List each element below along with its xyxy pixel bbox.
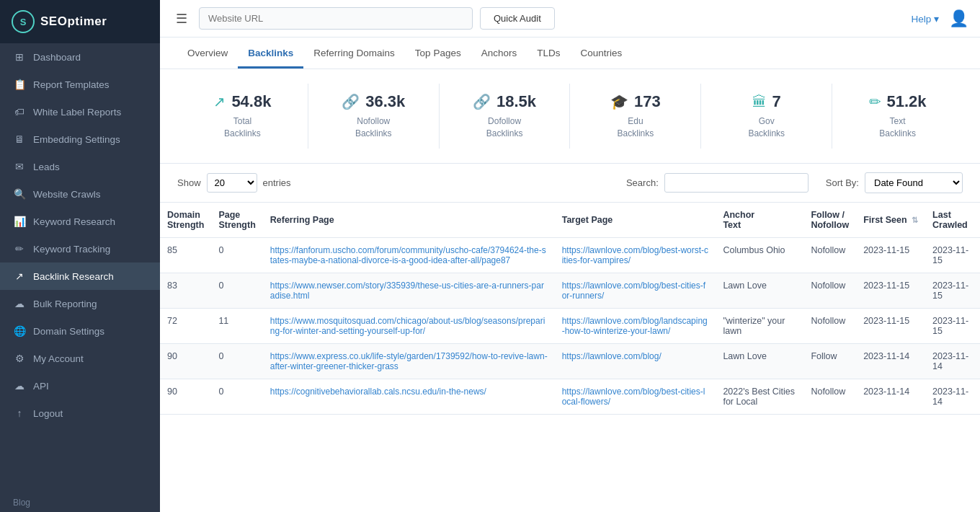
link-referring-page-row2[interactable]: https://www.mosquitosquad.com/chicago/ab…: [270, 316, 545, 336]
sidebar-logo: S SEOptimer: [0, 0, 160, 43]
table-wrapper: DomainStrengthPageStrengthReferring Page…: [160, 202, 980, 415]
sidebar-label-logout: Logout: [33, 408, 63, 419]
topbar-right: Help ▾ 👤: [911, 9, 968, 28]
sidebar-item-dashboard[interactable]: ⊞Dashboard: [0, 43, 160, 71]
sidebar-item-leads[interactable]: ✉Leads: [0, 153, 160, 180]
stat-label-nofollow-backlinks: NofollowBacklinks: [355, 115, 392, 140]
col-page-strength: PageStrength: [211, 202, 262, 237]
sidebar-icon-bulk-reporting: ☁: [13, 298, 26, 309]
stat-icon-dofollow-backlinks: 🔗: [473, 93, 491, 110]
tab-countries[interactable]: Countries: [570, 37, 632, 69]
cell-referring-page-row4[interactable]: https://cognitivebehaviorallab.cals.ncsu…: [263, 379, 555, 414]
sidebar-item-website-crawls[interactable]: 🔍Website Crawls: [0, 180, 160, 208]
sortby-select[interactable]: Date FoundDomain StrengthPage StrengthFi…: [865, 172, 963, 193]
sidebar-label-keyword-tracking: Keyword Tracking: [33, 244, 110, 255]
link-referring-page-row1[interactable]: https://www.newser.com/story/335939/thes…: [270, 281, 544, 301]
cell-referring-page-row2[interactable]: https://www.mosquitosquad.com/chicago/ab…: [263, 308, 555, 343]
cell-anchor-text-row3: Lawn Love: [716, 343, 803, 379]
sidebar-label-website-crawls: Website Crawls: [33, 189, 101, 200]
link-target-page-row0[interactable]: https://lawnlove.com/blog/best-worst-cit…: [562, 245, 708, 265]
sidebar-item-report-templates[interactable]: 📋Report Templates: [0, 71, 160, 98]
search-input[interactable]: [664, 173, 808, 193]
sidebar-label-report-templates: Report Templates: [33, 79, 110, 90]
stat-icon-val: 🏛 7: [752, 92, 781, 111]
user-icon[interactable]: 👤: [949, 9, 968, 28]
sidebar-label-white-label-reports: White Label Reports: [33, 107, 121, 118]
tab-overview[interactable]: Overview: [177, 37, 238, 69]
sidebar-label-bulk-reporting: Bulk Reporting: [33, 299, 97, 309]
table-row: 900https://cognitivebehaviorallab.cals.n…: [160, 379, 980, 414]
table-body: 850https://fanforum.uscho.com/forum/comm…: [160, 237, 980, 414]
tab-backlinks[interactable]: Backlinks: [238, 37, 303, 69]
link-target-page-row4[interactable]: https://lawnlove.com/blog/best-cities-lo…: [562, 387, 705, 407]
cell-last-crawled-row1: 2023-11-15: [925, 273, 980, 308]
sidebar-item-bulk-reporting[interactable]: ☁Bulk Reporting: [0, 290, 160, 317]
menu-icon[interactable]: ☰: [172, 8, 192, 30]
table-head: DomainStrengthPageStrengthReferring Page…: [160, 202, 980, 237]
stat-value-gov-backlinks: 7: [772, 92, 781, 111]
stat-label-total-backlinks: TotalBacklinks: [224, 115, 261, 140]
sidebar-item-logout[interactable]: ↑Logout: [0, 400, 160, 427]
entries-select[interactable]: 2050100: [207, 173, 257, 193]
url-input[interactable]: [199, 7, 473, 30]
cell-domain-strength-row2: 72: [160, 308, 211, 343]
cell-first-seen-row1: 2023-11-15: [856, 273, 925, 308]
stat-icon-val: 🔗 36.3k: [342, 92, 405, 111]
tab-tlds[interactable]: TLDs: [527, 37, 570, 69]
link-target-page-row3[interactable]: https://lawnlove.com/blog/: [562, 351, 662, 361]
sidebar-item-domain-settings[interactable]: 🌐Domain Settings: [0, 317, 160, 345]
stat-value-text-backlinks: 51.2k: [887, 92, 927, 111]
sidebar-item-my-account[interactable]: ⚙My Account: [0, 345, 160, 372]
link-target-page-row2[interactable]: https://lawnlove.com/blog/landscaping-ho…: [562, 316, 708, 336]
sidebar-item-keyword-research[interactable]: 📊Keyword Research: [0, 208, 160, 235]
link-referring-page-row3[interactable]: https://www.express.co.uk/life-style/gar…: [270, 351, 548, 371]
sidebar-icon-dashboard: ⊞: [13, 51, 26, 63]
table-row: 830https://www.newser.com/story/335939/t…: [160, 273, 980, 308]
link-referring-page-row0[interactable]: https://fanforum.uscho.com/forum/communi…: [270, 245, 546, 265]
stat-icon-edu-backlinks: 🎓: [610, 93, 628, 110]
cell-target-page-row4[interactable]: https://lawnlove.com/blog/best-cities-lo…: [555, 379, 716, 414]
cell-target-page-row2[interactable]: https://lawnlove.com/blog/landscaping-ho…: [555, 308, 716, 343]
cell-page-strength-row2: 11: [211, 308, 262, 343]
link-target-page-row1[interactable]: https://lawnlove.com/blog/best-cities-fo…: [562, 281, 705, 301]
main-content: ☰ Quick Audit Help ▾ 👤 OverviewBacklinks…: [160, 0, 980, 512]
cell-last-crawled-row3: 2023-11-14: [925, 343, 980, 379]
stat-nofollow-backlinks: 🔗 36.3k NofollowBacklinks: [308, 84, 440, 149]
sidebar-item-keyword-tracking[interactable]: ✏Keyword Tracking: [0, 235, 160, 262]
cell-anchor-text-row4: 2022's Best Cities for Local: [716, 379, 803, 414]
stat-label-dofollow-backlinks: DofollowBacklinks: [486, 115, 523, 140]
tab-top-pages[interactable]: Top Pages: [405, 37, 471, 69]
cell-target-page-row3[interactable]: https://lawnlove.com/blog/: [555, 343, 716, 379]
cell-follow-nofollow-row4: Nofollow: [803, 379, 856, 414]
stat-label-gov-backlinks: GovBacklinks: [748, 115, 785, 140]
help-button[interactable]: Help ▾: [911, 13, 939, 25]
stat-value-edu-backlinks: 173: [634, 92, 661, 111]
stat-text-backlinks: ✏ 51.2k TextBacklinks: [832, 84, 963, 149]
table-controls: Show 2050100 entries Search: Sort By: Da…: [160, 164, 980, 202]
sidebar-icon-domain-settings: 🌐: [13, 325, 26, 337]
cell-referring-page-row3[interactable]: https://www.express.co.uk/life-style/gar…: [263, 343, 555, 379]
sidebar-item-api[interactable]: ☁API: [0, 372, 160, 400]
stats-row: ↗ 54.8k TotalBacklinks 🔗 36.3k NofollowB…: [160, 69, 980, 164]
sidebar-footer[interactable]: Blog: [0, 490, 160, 512]
cell-follow-nofollow-row1: Nofollow: [803, 273, 856, 308]
tab-anchors[interactable]: Anchors: [471, 37, 527, 69]
sortby-group: Sort By: Date FoundDomain StrengthPage S…: [826, 172, 963, 193]
sidebar-item-embedding-settings[interactable]: 🖥Embedding Settings: [0, 125, 160, 153]
quick-audit-button[interactable]: Quick Audit: [480, 7, 555, 30]
cell-follow-nofollow-row0: Nofollow: [803, 237, 856, 273]
cell-target-page-row0[interactable]: https://lawnlove.com/blog/best-worst-cit…: [555, 237, 716, 273]
tab-referring-domains[interactable]: Referring Domains: [303, 37, 405, 69]
stat-icon-val: ↗ 54.8k: [213, 92, 271, 111]
cell-domain-strength-row0: 85: [160, 237, 211, 273]
link-referring-page-row4[interactable]: https://cognitivebehaviorallab.cals.ncsu…: [270, 387, 486, 397]
col-referring-page: Referring Page: [263, 202, 555, 237]
sidebar-item-white-label-reports[interactable]: 🏷White Label Reports: [0, 98, 160, 125]
sortby-label: Sort By:: [826, 177, 859, 188]
cell-target-page-row1[interactable]: https://lawnlove.com/blog/best-cities-fo…: [555, 273, 716, 308]
cell-referring-page-row1[interactable]: https://www.newser.com/story/335939/thes…: [263, 273, 555, 308]
sidebar-item-backlink-research[interactable]: ↗Backlink Research: [0, 262, 160, 290]
col-first-seen[interactable]: First Seen ⇅: [856, 202, 925, 237]
sidebar-label-dashboard: Dashboard: [33, 52, 81, 63]
cell-referring-page-row0[interactable]: https://fanforum.uscho.com/forum/communi…: [263, 237, 555, 273]
